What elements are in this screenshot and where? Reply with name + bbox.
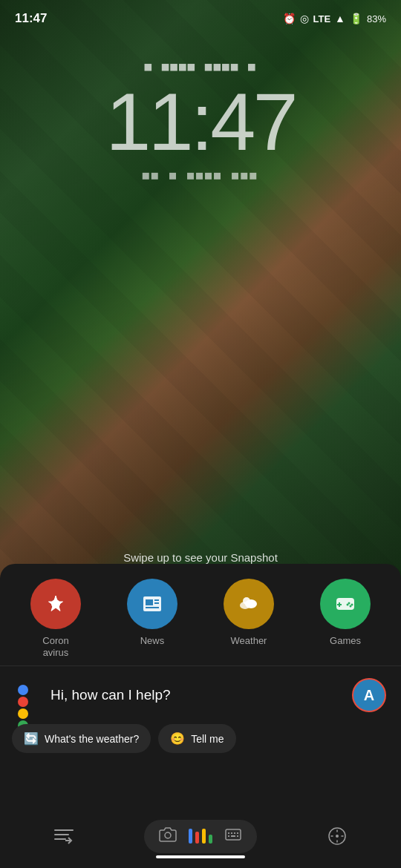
- svg-rect-17: [226, 829, 241, 840]
- google-assistant-logo: [15, 682, 42, 708]
- camera-button[interactable]: [159, 826, 177, 847]
- gbar-yellow: [202, 829, 206, 844]
- svg-rect-24: [237, 835, 238, 837]
- news-label: News: [140, 635, 165, 647]
- gbar-blue: [189, 829, 192, 844]
- lock-clock-area: ■ ■■■■ ■■■■ ■ 11:47 ■■ ■ ■■■■ ■■■: [0, 59, 401, 182]
- app-games[interactable]: Games: [308, 579, 382, 647]
- weather-chip-icon: 🔄: [24, 731, 39, 746]
- svg-point-26: [336, 835, 339, 838]
- nav-bar: [0, 846, 401, 868]
- gbar-green: [209, 835, 212, 844]
- svg-rect-23: [231, 835, 235, 837]
- tell-chip[interactable]: 😊 Tell me: [158, 724, 235, 753]
- quick-apps-row: Coronavirus News: [0, 564, 401, 666]
- tell-chip-text: Tell me: [191, 733, 224, 745]
- app-weather[interactable]: Weather: [212, 579, 286, 647]
- status-time: 11:47: [15, 11, 47, 26]
- lock-time: 11:47: [0, 81, 401, 162]
- svg-rect-19: [231, 832, 232, 834]
- swipe-hint: Swipe up to see your Snapshot: [0, 551, 401, 564]
- assistant-greeting: Hi, how can I help?: [50, 687, 343, 703]
- coronavirus-label: Coronavirus: [42, 635, 68, 658]
- app-news[interactable]: News: [115, 579, 189, 647]
- gbar-red: [195, 832, 199, 844]
- avatar-letter: A: [364, 687, 374, 704]
- google-bars: [189, 829, 212, 844]
- keyboard-button[interactable]: [224, 826, 242, 846]
- status-bar: 11:47 ⏰ ◎ LTE ▲ 🔋 83%: [0, 0, 401, 37]
- battery-icon: 🔋: [350, 13, 362, 24]
- svg-point-16: [165, 832, 171, 838]
- alarm-icon: ⏰: [283, 13, 296, 24]
- lock-date: ■ ■■■■ ■■■■ ■: [0, 59, 401, 73]
- svg-rect-21: [237, 832, 238, 834]
- lte-icon: LTE: [313, 13, 331, 24]
- svg-rect-22: [228, 835, 229, 837]
- battery-percent: 83%: [367, 13, 386, 24]
- signal-icon: ▲: [335, 13, 345, 24]
- assistant-bar: Hi, how can I help? A: [0, 666, 401, 724]
- news-icon: [127, 579, 177, 629]
- weather-label: Weather: [231, 635, 267, 647]
- svg-rect-20: [234, 832, 235, 834]
- svg-rect-4: [154, 602, 159, 604]
- suggestion-chips: 🔄 What's the weather? 😊 Tell me: [0, 724, 401, 753]
- coronavirus-icon: [30, 579, 81, 629]
- weather-icon: [224, 579, 274, 629]
- svg-point-8: [240, 602, 250, 609]
- nav-indicator: [156, 855, 245, 858]
- bottom-panel: Coronavirus News: [0, 564, 401, 868]
- tell-chip-icon: 😊: [170, 731, 185, 746]
- swipe-hint-text: Swipe up to see your Snapshot: [123, 551, 278, 564]
- games-label: Games: [330, 635, 361, 647]
- svg-rect-18: [228, 832, 229, 834]
- weather-chip-text: What's the weather?: [45, 733, 139, 745]
- avatar-button[interactable]: A: [352, 678, 386, 712]
- svg-rect-3: [154, 599, 159, 601]
- lock-info: ■■ ■ ■■■■ ■■■: [0, 168, 401, 182]
- svg-point-15: [347, 604, 349, 606]
- location-icon: ◎: [300, 13, 309, 24]
- svg-rect-11: [337, 604, 342, 605]
- games-icon: [320, 579, 371, 629]
- svg-rect-5: [146, 607, 159, 608]
- svg-rect-2: [146, 599, 153, 605]
- svg-point-14: [350, 605, 352, 608]
- app-coronavirus[interactable]: Coronavirus: [19, 579, 93, 658]
- weather-chip[interactable]: 🔄 What's the weather?: [12, 724, 151, 753]
- status-icons: ⏰ ◎ LTE ▲ 🔋 83%: [283, 13, 386, 24]
